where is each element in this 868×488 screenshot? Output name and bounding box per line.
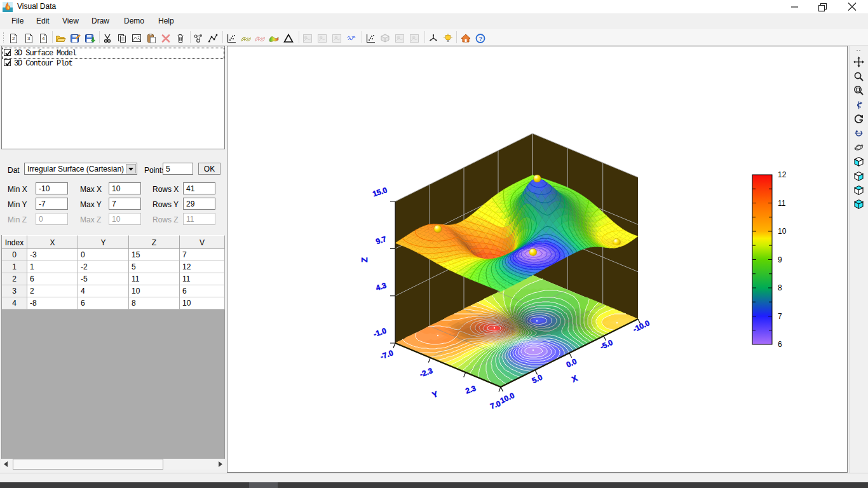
svg-text:12: 12 (778, 170, 787, 179)
svg-text:7: 7 (778, 312, 782, 321)
svg-text:-5.0: -5.0 (599, 338, 614, 352)
svg-text:-7.0: -7.0 (379, 348, 395, 361)
svg-text:-2.3: -2.3 (419, 366, 435, 379)
svg-text:10.0: 10.0 (499, 391, 516, 405)
svg-text:2: 2 (12, 36, 15, 41)
svg-text:-1.0: -1.0 (372, 326, 388, 339)
svg-text:2.3: 2.3 (464, 384, 477, 396)
svg-text:11: 11 (778, 199, 786, 208)
svg-text:6: 6 (778, 340, 782, 349)
svg-text:4.3: 4.3 (375, 281, 388, 293)
svg-text:9.7: 9.7 (375, 234, 388, 247)
svg-text:15.0: 15.0 (371, 186, 388, 199)
svg-text:5.0: 5.0 (531, 372, 544, 385)
svg-text:10: 10 (778, 227, 787, 236)
svg-text:X: X (570, 373, 579, 384)
svg-text:?: ? (479, 35, 483, 42)
svg-text:Y: Y (431, 389, 440, 400)
svg-text:8: 8 (778, 283, 782, 292)
svg-text:3: 3 (27, 36, 31, 41)
svg-text:9: 9 (778, 255, 782, 264)
svg-text:4: 4 (42, 36, 45, 41)
svg-text:0.0: 0.0 (565, 356, 578, 369)
svg-text:Z: Z (360, 257, 369, 262)
